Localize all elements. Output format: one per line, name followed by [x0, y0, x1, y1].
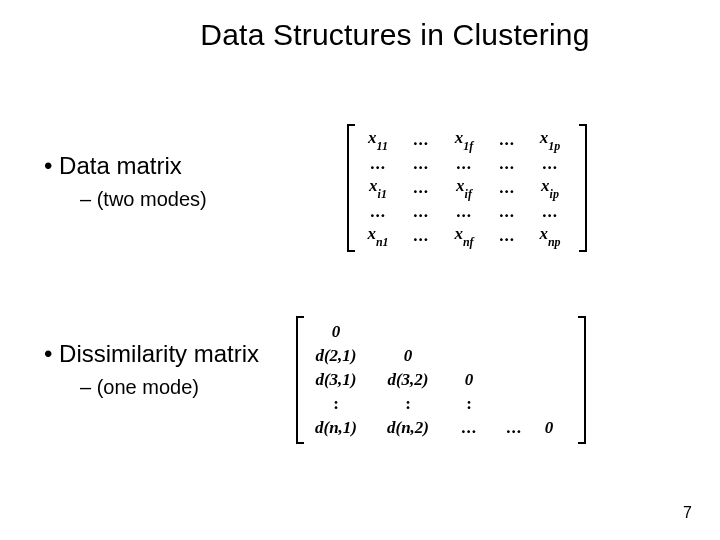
matrix-cell: ... [401, 130, 441, 150]
matrix-cell: ... [355, 202, 401, 222]
matrix-row: d(2,1) 0 [300, 344, 660, 368]
matrix-cell: ... [401, 226, 441, 246]
matrix-cell: d(2,1) [300, 346, 372, 366]
matrix-cell: x11 [355, 128, 401, 151]
matrix-cell: xi1 [355, 176, 401, 199]
matrix-cell: d(3,2) [372, 370, 444, 390]
bracket-right-icon [578, 316, 586, 444]
matrix-row: d(n,1) d(n,2) ... ... 0 [300, 416, 660, 440]
matrix-cell: ... [487, 130, 527, 150]
matrix-cell: : [444, 394, 494, 414]
matrix-cell: 0 [372, 346, 444, 366]
matrix-cell: xn1 [355, 224, 401, 247]
matrix-cell: ... [527, 154, 573, 174]
bullet-block-dissimilarity-matrix: Dissimilarity matrix (one mode) [40, 340, 259, 399]
matrix-row: : : : [300, 392, 660, 416]
matrix-row: 0 [300, 320, 660, 344]
matrix-row: d(3,1) d(3,2) 0 [300, 368, 660, 392]
matrix-cell: ... [401, 154, 441, 174]
matrix-cell: d(n,2) [372, 418, 444, 438]
matrix-row: xn1 ... xnf ... xnp [355, 224, 635, 248]
bullet-block-data-matrix: Data matrix (two modes) [40, 152, 207, 211]
matrix-cell: : [300, 394, 372, 414]
bracket-left-icon [296, 316, 304, 444]
matrix-cell: ... [487, 226, 527, 246]
matrix-row: xi1 ... xif ... xip [355, 176, 635, 200]
dissimilarity-matrix-figure: 0 d(2,1) 0 d(3,1) d(3,2) 0 : : : [300, 320, 660, 440]
matrix-cell: ... [401, 202, 441, 222]
matrix-cell: ... [444, 418, 494, 438]
matrix-cell: x1p [527, 128, 573, 151]
bullet-dissimilarity-matrix-sub: (one mode) [80, 376, 259, 399]
page-number: 7 [683, 504, 692, 522]
matrix-row: ... ... ... ... ... [355, 200, 635, 224]
matrix-cell: xnp [527, 224, 573, 247]
matrix-cell: xnf [441, 224, 487, 247]
matrix-cell: xip [527, 176, 573, 199]
matrix-cell: d(3,1) [300, 370, 372, 390]
data-matrix-figure: x11 ... x1f ... x1p ... ... ... ... ... … [355, 128, 635, 248]
bracket-left-icon [347, 124, 355, 252]
matrix-cell: 0 [534, 418, 564, 438]
matrix-row: ... ... ... ... ... [355, 152, 635, 176]
matrix-cell: : [372, 394, 444, 414]
matrix-cell: ... [355, 154, 401, 174]
matrix-cell: ... [527, 202, 573, 222]
bullet-data-matrix-sub: (two modes) [80, 188, 207, 211]
matrix-cell: ... [441, 154, 487, 174]
matrix-cell: ... [487, 178, 527, 198]
slide-title: Data Structures in Clustering [106, 18, 684, 52]
matrix-cell: x1f [441, 128, 487, 151]
matrix-cell: ... [441, 202, 487, 222]
slide: Data Structures in Clustering Data matri… [0, 0, 720, 540]
bullet-data-matrix: Data matrix [44, 152, 207, 180]
matrix-cell: xif [441, 176, 487, 199]
matrix-cell: ... [487, 202, 527, 222]
matrix-cell: d(n,1) [300, 418, 372, 438]
matrix-cell: 0 [444, 370, 494, 390]
matrix-cell: 0 [300, 322, 372, 342]
bracket-right-icon [579, 124, 587, 252]
matrix-cell: ... [487, 154, 527, 174]
bullet-dissimilarity-matrix: Dissimilarity matrix [44, 340, 259, 368]
matrix-cell: ... [494, 418, 534, 438]
matrix-cell: ... [401, 178, 441, 198]
matrix-row: x11 ... x1f ... x1p [355, 128, 635, 152]
